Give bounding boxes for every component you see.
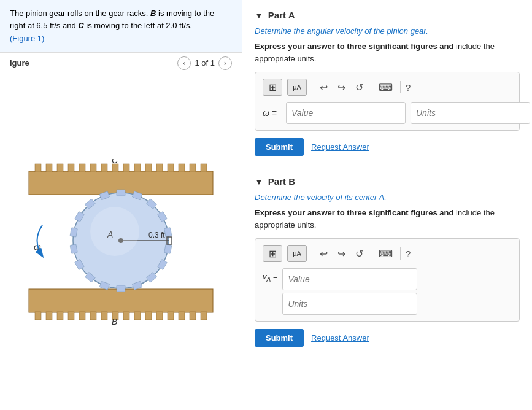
redo-button-b[interactable]: ↪ [335, 247, 348, 261]
undo-button-b[interactable]: ↩ [317, 247, 330, 261]
svg-rect-31 [201, 312, 207, 320]
part-a-request-answer-button[interactable]: Request Answer [311, 142, 369, 152]
part-b-inputs: vA = [263, 268, 512, 315]
right-panel: ▼ Part A Determine the angular velocity … [242, 0, 532, 410]
gear-highlight [90, 207, 139, 256]
part-a-title: Part A [268, 10, 295, 20]
nav-next-button[interactable]: › [218, 56, 232, 70]
part-b-units-input[interactable] [282, 293, 417, 315]
figure-nav: igure ‹ 1 of 1 › [0, 53, 242, 74]
svg-rect-2 [57, 164, 63, 172]
svg-rect-46 [70, 228, 77, 238]
figure-label: (Figure 1) [10, 33, 232, 45]
svg-rect-5 [90, 164, 96, 172]
part-a-section: ▼ Part A Determine the angular velocity … [242, 0, 532, 166]
problem-text-1: The pinion gear rolls on the gear racks. [10, 9, 150, 18]
svg-rect-19 [68, 312, 74, 320]
nav-count: 1 of 1 [195, 58, 215, 68]
part-b-section: ▼ Part B Determine the velocity of its c… [242, 166, 532, 357]
part-a-units-input[interactable] [411, 102, 530, 124]
mu-button-a[interactable]: μA [287, 79, 307, 96]
part-b-header: ▼ Part B [255, 176, 520, 187]
svg-rect-13 [179, 164, 185, 172]
part-a-question: Determine the angular velocity of the pi… [255, 26, 520, 36]
toolbar-sep-b3 [400, 247, 401, 260]
svg-rect-10 [145, 164, 152, 172]
svg-rect-11 [156, 164, 163, 172]
svg-rect-6 [101, 164, 107, 172]
part-b-value-input[interactable] [282, 268, 417, 290]
label-C: C [112, 159, 118, 165]
svg-rect-36 [164, 228, 172, 238]
figure-area: igure ‹ 1 of 1 › [0, 53, 242, 411]
toolbar-sep-a3 [400, 81, 401, 93]
keyboard-button-b[interactable]: ⌨ [376, 247, 395, 261]
nav-prev-button[interactable]: ‹ [177, 56, 191, 70]
part-b-actions: Submit Request Answer [255, 329, 520, 347]
figure-nav-label: igure [10, 58, 29, 68]
grid-icon-button-b[interactable]: ⊞ [263, 245, 282, 262]
radius-label: 0.3 ft [148, 231, 165, 239]
toolbar-sep-b [312, 247, 312, 260]
toolbar-sep-a [312, 81, 312, 93]
part-b-submit-button[interactable]: Submit [255, 329, 304, 347]
svg-rect-21 [90, 312, 96, 320]
svg-rect-32 [117, 190, 125, 196]
variable-C: C [78, 21, 83, 30]
part-a-header: ▼ Part A [255, 10, 520, 20]
grid-icon-button-a[interactable]: ⊞ [263, 79, 282, 96]
svg-rect-1 [46, 164, 52, 172]
refresh-button-b[interactable]: ↺ [353, 247, 366, 261]
part-b-collapse-arrow[interactable]: ▼ [255, 177, 263, 187]
part-b-question: Determine the velocity of its center A. [255, 193, 520, 202]
top-rack-teeth [35, 164, 207, 172]
help-button-a[interactable]: ? [406, 82, 411, 93]
part-a-value-input[interactable] [286, 102, 406, 124]
svg-rect-8 [123, 164, 129, 172]
part-a-submit-button[interactable]: Submit [255, 138, 304, 156]
keyboard-button-a[interactable]: ⌨ [376, 80, 395, 95]
part-b-request-answer-button[interactable]: Request Answer [311, 333, 369, 342]
svg-rect-0 [35, 164, 41, 172]
gear-diagram: ω A C B 0.3 ft [17, 159, 225, 325]
bottom-rack-teeth [35, 312, 207, 320]
svg-rect-45 [70, 244, 77, 254]
refresh-button-a[interactable]: ↺ [353, 80, 366, 95]
part-a-actions: Submit Request Answer [255, 138, 520, 156]
svg-rect-20 [79, 312, 85, 320]
part-a-collapse-arrow[interactable]: ▼ [255, 10, 263, 20]
svg-rect-37 [164, 244, 172, 254]
svg-rect-24 [123, 312, 129, 320]
part-b-toolbar: ⊞ μA ↩ ↪ ↺ ⌨ ? [263, 245, 512, 262]
bottom-rack [29, 289, 213, 312]
svg-rect-14 [190, 164, 196, 172]
part-a-toolbar: ⊞ μA ↩ ↪ ↺ ⌨ ? [263, 79, 512, 96]
mu-button-b[interactable]: μA [287, 245, 307, 262]
part-a-answer-box: ⊞ μA ↩ ↪ ↺ ⌨ ? ω = [255, 72, 520, 131]
left-panel: The pinion gear rolls on the gear racks.… [0, 0, 242, 410]
svg-rect-27 [156, 312, 163, 320]
help-button-b[interactable]: ? [406, 249, 411, 259]
diagram-container: ω A C B 0.3 ft [0, 74, 242, 411]
svg-rect-17 [46, 312, 52, 320]
part-b-instructions: Express your answer to three significant… [255, 207, 520, 231]
problem-description: The pinion gear rolls on the gear racks.… [0, 0, 242, 53]
svg-rect-12 [168, 164, 174, 172]
part-a-equation-label: ω = [263, 108, 281, 118]
part-b-answer-box: ⊞ μA ↩ ↪ ↺ ⌨ ? vA = [255, 238, 520, 322]
svg-rect-30 [190, 312, 196, 320]
label-B: B [112, 317, 117, 325]
svg-rect-16 [35, 312, 41, 320]
redo-button-a[interactable]: ↪ [335, 80, 348, 95]
part-b-equation-label: vA = [263, 272, 277, 283]
svg-rect-18 [57, 312, 63, 320]
problem-text-3: is moving to the left at 2.0 ft/s. [84, 21, 192, 30]
svg-rect-9 [134, 164, 141, 172]
svg-rect-25 [134, 312, 141, 320]
toolbar-sep-a2 [371, 81, 371, 93]
svg-rect-26 [145, 312, 152, 320]
svg-rect-22 [101, 312, 107, 320]
undo-button-a[interactable]: ↩ [317, 80, 330, 95]
svg-rect-28 [168, 312, 174, 320]
part-a-inputs: ω = [263, 102, 512, 124]
